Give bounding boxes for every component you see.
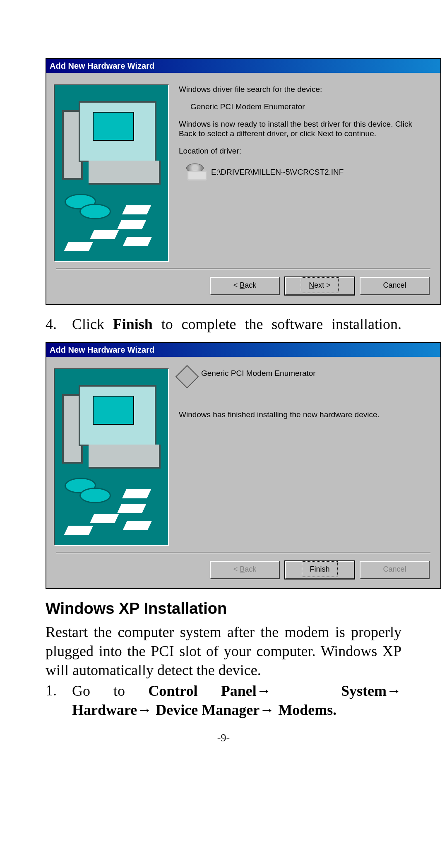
dialog-title: Add New Hardware Wizard	[46, 59, 440, 73]
finish-button[interactable]: Finish	[285, 561, 355, 579]
location-label: Location of driver:	[179, 146, 430, 156]
device-name: Generic PCI Modem Enumerator	[179, 102, 430, 112]
add-hardware-wizard-dialog-1: Add New Hardware Wizard Windows driver f…	[46, 58, 441, 305]
next-button[interactable]: Next >	[285, 277, 355, 295]
windows-xp-installation-heading: Windows XP Installation	[46, 600, 401, 618]
hardware-chip-icon	[175, 365, 199, 389]
cancel-button[interactable]: Cancel	[360, 277, 430, 295]
dialog-title: Add New Hardware Wizard	[46, 343, 440, 357]
add-hardware-wizard-dialog-2: Add New Hardware Wizard Generic PCI Mode…	[46, 342, 441, 589]
wizard-illustration	[54, 84, 169, 262]
step-4-text: 4. Click Finish to complete the software…	[46, 315, 401, 334]
wizard-illustration	[54, 368, 169, 546]
device-name: Generic PCI Modem Enumerator	[201, 368, 316, 378]
finished-text: Windows has finished installing the new …	[179, 410, 430, 420]
back-button: < Back	[210, 561, 280, 579]
driver-path: E:\DRIVER\MILLEN~5\VCRCST2.INF	[211, 167, 344, 177]
back-button[interactable]: < Back	[210, 277, 280, 295]
ready-text: Windows is now ready to install the best…	[179, 119, 430, 139]
page-number: -9-	[46, 732, 401, 744]
cancel-button: Cancel	[360, 561, 430, 579]
search-heading: Windows driver file search for the devic…	[179, 84, 430, 94]
driver-file-icon	[186, 164, 206, 181]
xp-step-1: 1. Go to Control Panel→ System→ Hardware…	[46, 681, 401, 719]
xp-intro-paragraph: Restart the computer system after the mo…	[46, 623, 401, 680]
